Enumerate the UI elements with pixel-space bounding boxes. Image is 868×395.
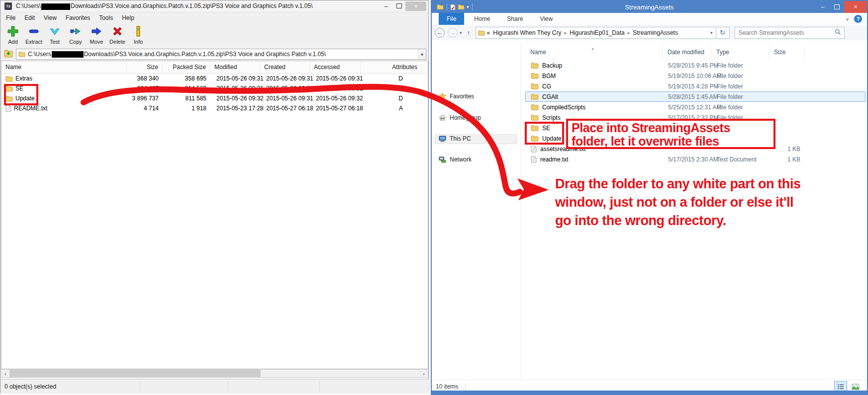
forward-button[interactable]: → (448, 28, 458, 38)
menu-item[interactable]: Tools (95, 14, 117, 21)
file-name: readme.txt (540, 156, 569, 163)
table-row[interactable]: SE 234 467 214 569 2015-05-26 09:31 2015… (1, 83, 428, 93)
item-count: 10 items (436, 383, 458, 390)
test-button[interactable]: Test (44, 23, 65, 45)
column-header-attributes[interactable]: Attributes (361, 61, 422, 73)
minimize-button[interactable]: – (380, 3, 392, 10)
address-dropdown-arrow[interactable]: ▾ (707, 30, 716, 35)
file-row[interactable]: CompiledScripts 5/25/2015 12:31 AM File … (525, 102, 866, 112)
menu-item[interactable]: Edit (20, 14, 39, 21)
breadcrumb-item[interactable]: StreamingAssets (633, 29, 678, 36)
table-row[interactable]: Update 3 896 737 811 585 2015-05-26 09:3… (1, 93, 428, 103)
back-button[interactable]: ← (435, 28, 445, 38)
qat-customize-arrow[interactable]: ▾ (467, 4, 469, 9)
folder-icon[interactable] (437, 4, 444, 10)
parent-folder-button[interactable] (4, 49, 13, 60)
file-size: 3 896 737 (127, 93, 163, 103)
file-row[interactable]: BGM 5/19/2015 10:06 AM File folder (525, 71, 866, 81)
refresh-button[interactable]: ↻ (716, 27, 730, 39)
tab-file[interactable]: File (439, 13, 464, 25)
scrollbar-thumb[interactable] (9, 370, 261, 377)
sidebar-item-favorites[interactable]: Favorites (439, 92, 474, 100)
properties-icon[interactable] (450, 4, 456, 10)
file-row[interactable]: Backup 5/28/2015 9:45 PM File folder (525, 60, 866, 71)
file-name: README.txt (14, 105, 47, 112)
horizontal-scrollbar[interactable]: ‹ › (1, 369, 428, 378)
sidebar-item-homegroup[interactable]: Homegroup (439, 114, 481, 121)
menu-item[interactable]: Favorites (61, 14, 95, 21)
copy-button[interactable]: Copy (65, 23, 86, 45)
accessed-date: 2015-05-27 06:18 (310, 103, 361, 113)
file-size (770, 71, 805, 80)
menu-item[interactable]: Help (117, 14, 139, 21)
tab-share[interactable]: Share (500, 13, 530, 25)
breadcrumb-item[interactable]: HigurashiEp01_Data (570, 29, 625, 36)
info-button[interactable]: Info (128, 23, 149, 45)
test-icon (48, 25, 61, 38)
sidebar-item-this-pc[interactable]: This PC (439, 135, 471, 142)
breadcrumb-separator[interactable]: ▸ (628, 30, 630, 35)
address-combobox[interactable]: C:\UsersDownloads\PS3.Voice.and.Graphics… (16, 49, 426, 60)
folder-icon (18, 51, 25, 57)
help-icon[interactable]: ? (854, 15, 862, 23)
ribbon-collapse-chevron[interactable]: ∨ (846, 16, 849, 22)
column-header-created[interactable]: Created (260, 61, 310, 73)
move-button[interactable]: Move (86, 23, 107, 45)
close-button[interactable]: × (405, 1, 426, 11)
column-header-modified[interactable]: Modified (210, 61, 260, 73)
scroll-left-arrow[interactable]: ‹ (1, 371, 9, 377)
tab-home[interactable]: Home (467, 13, 497, 25)
annotation-overwrite-note: Place into StreamingAssets folder, let i… (566, 119, 775, 149)
column-header-date-modified[interactable]: Date modified (663, 46, 711, 59)
sidebar-label: Network (450, 156, 472, 163)
breadcrumb-item[interactable]: Higurashi When They Cry (493, 29, 561, 36)
modified-date: 2015-05-26 09:31 (210, 83, 260, 93)
folder-icon (5, 76, 13, 82)
pane-divider[interactable] (520, 43, 521, 379)
sidebar-item-network[interactable]: Network (439, 156, 472, 163)
info-icon (132, 25, 145, 38)
new-folder-icon[interactable] (458, 4, 465, 10)
file-row[interactable]: readme.txt 5/17/2015 2:30 AM Text Docume… (525, 154, 866, 164)
toolbar-label: Delete (109, 39, 125, 45)
column-header-size[interactable]: Size (769, 46, 805, 59)
add-button[interactable]: Add (2, 23, 23, 45)
table-row[interactable]: Extras 368 340 358 695 2015-05-26 09:31 … (1, 74, 428, 83)
breadcrumb-overflow[interactable]: « (487, 29, 490, 36)
7zip-menubar: FileEditViewFavoritesToolsHelp (1, 13, 427, 22)
column-header-name[interactable]: Name (1, 61, 127, 73)
maximize-button[interactable] (830, 1, 844, 13)
created-date: 2015-05-26 09:31 (260, 74, 310, 83)
text-file-icon (5, 105, 11, 112)
minimize-button[interactable]: – (815, 1, 830, 13)
column-header-size[interactable]: Size (127, 61, 163, 73)
column-header-accessed[interactable]: Accessed (310, 61, 361, 73)
scroll-right-arrow[interactable]: › (420, 371, 428, 377)
close-button[interactable]: × (844, 1, 867, 13)
breadcrumb-separator[interactable]: ▸ (564, 30, 567, 35)
menu-item[interactable]: File (1, 14, 20, 21)
up-button[interactable]: ↑ (467, 29, 471, 37)
menu-item[interactable]: View (39, 14, 61, 21)
column-header-type[interactable]: Type (711, 46, 769, 59)
file-size: 4 714 (127, 103, 163, 113)
annotation-line: window, just not on a folder or else it'… (555, 193, 854, 212)
search-icon[interactable] (835, 29, 841, 37)
recent-locations-arrow[interactable]: ▾ (460, 30, 462, 35)
search-input[interactable]: Search StreamingAssets (735, 27, 845, 39)
7zip-file-list: Name Size Packed Size Modified Created A… (1, 61, 428, 369)
accessed-date: 2015-05-26 09:31 (310, 74, 361, 83)
address-bar[interactable]: « Higurashi When They Cry ▸ HigurashiEp0… (476, 27, 716, 39)
delete-button[interactable]: Delete (107, 23, 128, 45)
file-row[interactable]: CG 5/19/2015 4:28 PM File folder (525, 81, 866, 91)
annotation-line: Place into StreamingAssets (572, 121, 770, 135)
file-size (770, 61, 805, 70)
date-modified: 5/28/2015 1:45 AM (663, 92, 712, 101)
maximize-button[interactable] (392, 3, 405, 10)
extract-button[interactable]: Extract (23, 23, 44, 45)
column-header-packed-size[interactable]: Packed Size (163, 61, 210, 73)
address-dropdown-arrow[interactable]: ▾ (418, 49, 426, 59)
table-row[interactable]: README.txt 4 714 1 918 2015-05-23 17:28 … (1, 103, 428, 113)
tab-view[interactable]: View (533, 13, 560, 25)
file-row[interactable]: CGAlt 5/28/2015 1:45 AM File folder (525, 91, 866, 102)
